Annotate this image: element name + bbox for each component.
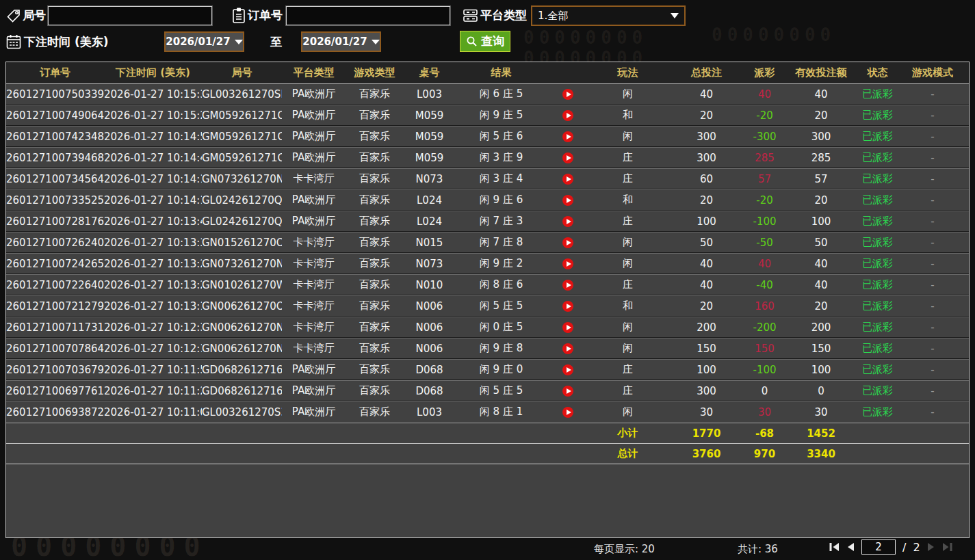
cell-status: 已派彩 — [859, 194, 896, 206]
cell-game: 百家乐 — [346, 363, 404, 376]
cell-mode: - — [896, 321, 969, 334]
record-count-text: 共计: 36 — [738, 543, 778, 556]
cell-valid: 30 — [783, 406, 859, 418]
cell-payout: 150 — [746, 343, 783, 355]
play-video-icon[interactable] — [562, 110, 573, 121]
last-page-icon[interactable] — [942, 542, 952, 552]
play-video-icon[interactable] — [562, 195, 573, 206]
cell-status: 已派彩 — [859, 278, 896, 291]
cell-total: 50 — [667, 237, 746, 249]
play-video-icon[interactable] — [562, 322, 573, 333]
cell-result: 闲 3 庄 4 — [455, 172, 547, 185]
pagination: / 2 — [829, 539, 952, 555]
table-row: 2601271007335252026-01-27 10:14:11GL0242… — [6, 189, 969, 211]
cell-table: L003 — [404, 406, 455, 418]
play-video-icon[interactable] — [562, 152, 573, 163]
total-pages-text: 2 — [913, 541, 920, 554]
play-video-icon[interactable] — [562, 280, 573, 291]
cell-result: 闲 8 庄 6 — [455, 278, 547, 291]
cell-time: 2026-01-27 10:11:09 — [104, 406, 202, 418]
cell-table: D068 — [404, 385, 455, 397]
cell-order: 260127100711731 — [6, 321, 104, 334]
round-number-input[interactable] — [48, 6, 212, 25]
cell-round: GN006261270NY — [202, 343, 282, 355]
grand-total-row-total: 3760 — [667, 448, 746, 460]
date-to-picker[interactable]: 2026/01/27 — [301, 31, 381, 52]
cell-order: 260127100697761 — [6, 385, 104, 397]
date-from-picker[interactable]: 2026/01/27 — [164, 31, 244, 52]
calendar-icon — [5, 34, 22, 53]
cell-bet: 庄 — [588, 363, 667, 376]
page-number-input[interactable] — [861, 539, 896, 555]
cell-time: 2026-01-27 10:12:33 — [104, 321, 202, 334]
play-video-icon[interactable] — [562, 364, 573, 375]
cell-valid: 40 — [783, 88, 859, 101]
cell-platform: 卡卡湾厅 — [282, 257, 346, 270]
bet-time-label: 下注时间 (美东) — [24, 34, 108, 50]
cell-round: GN073261270N0 — [202, 258, 282, 270]
grand-total-row-valid: 3340 — [783, 448, 859, 460]
first-page-icon[interactable] — [829, 542, 840, 552]
cell-table: M059 — [404, 131, 455, 143]
cell-platform: 卡卡湾厅 — [282, 321, 346, 334]
order-number-input[interactable] — [286, 6, 450, 25]
order-number-label: 订单号 — [248, 8, 283, 23]
play-video-icon[interactable] — [562, 301, 573, 312]
cell-status: 已派彩 — [859, 405, 896, 418]
platform-type-select[interactable]: 1.全部 — [531, 5, 686, 26]
cell-bet: 闲 — [588, 236, 667, 249]
cell-round: GM059261271CM — [202, 131, 282, 143]
cell-mode: - — [896, 152, 969, 164]
cell-table: D068 — [404, 364, 455, 376]
cell-mode: - — [896, 215, 969, 228]
cell-round: GM059261271CL — [202, 152, 282, 164]
cell-mode: - — [896, 364, 969, 376]
play-video-icon[interactable] — [562, 216, 573, 227]
tag-icon — [5, 8, 22, 27]
cell-total: 150 — [667, 343, 746, 355]
play-video-icon[interactable] — [562, 131, 573, 142]
cell-status: 已派彩 — [859, 215, 896, 228]
page-size-text: 每页显示: 20 — [594, 543, 655, 556]
cell-total: 30 — [667, 406, 746, 418]
next-page-icon[interactable] — [927, 542, 935, 552]
table-row: 2601271007423482026-01-27 10:14:52GM0592… — [6, 126, 969, 147]
cell-payout: -100 — [746, 215, 783, 228]
previous-page-icon[interactable] — [846, 542, 855, 552]
search-button[interactable]: 查询 — [460, 31, 510, 52]
cell-round: GL024261270Q3 — [202, 215, 282, 228]
cell-platform: 卡卡湾厅 — [282, 236, 346, 249]
play-video-icon[interactable] — [562, 258, 573, 269]
play-video-icon[interactable] — [562, 174, 573, 185]
cell-payout: 0 — [746, 385, 783, 397]
cell-round: GM059261271CN — [202, 109, 282, 122]
date-to-value: 2026/01/27 — [302, 36, 367, 48]
cell-payout: -200 — [746, 321, 783, 334]
cell-mode: - — [896, 406, 969, 418]
cell-time: 2026-01-27 10:13:36 — [104, 237, 202, 249]
play-video-icon[interactable] — [562, 386, 573, 397]
cell-result: 闲 6 庄 5 — [455, 88, 547, 101]
column-header-order: 订单号 — [6, 66, 104, 79]
clipboard-icon — [231, 7, 247, 27]
cell-platform: PA欧洲厅 — [282, 130, 346, 143]
cell-bet: 闲 — [588, 257, 667, 270]
cell-payout: -50 — [746, 237, 783, 249]
play-video-icon[interactable] — [562, 89, 573, 100]
cell-bet: 闲 — [588, 321, 667, 334]
column-header-status: 状态 — [859, 66, 896, 79]
cell-total: 40 — [667, 88, 746, 101]
cell-platform: 卡卡湾厅 — [282, 172, 346, 185]
play-video-icon[interactable] — [562, 407, 573, 418]
cell-order: 260127100693872 — [6, 406, 104, 418]
play-video-icon[interactable] — [562, 237, 573, 248]
play-video-icon[interactable] — [562, 343, 573, 354]
cell-game: 百家乐 — [346, 151, 404, 164]
cell-total: 20 — [667, 109, 746, 122]
cell-game: 百家乐 — [346, 384, 404, 397]
cell-status: 已派彩 — [859, 109, 896, 122]
cell-round: GN073261270N1 — [202, 173, 282, 185]
subtotal-row-valid: 1452 — [783, 427, 859, 440]
cell-platform: 卡卡湾厅 — [282, 342, 346, 355]
cell-game: 百家乐 — [346, 299, 404, 312]
